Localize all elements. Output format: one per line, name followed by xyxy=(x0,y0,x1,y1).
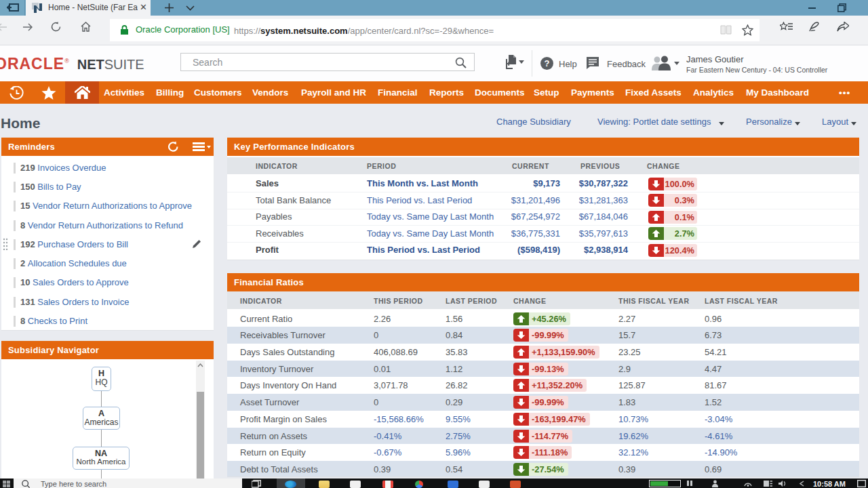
svg-text:?: ? xyxy=(545,58,550,68)
